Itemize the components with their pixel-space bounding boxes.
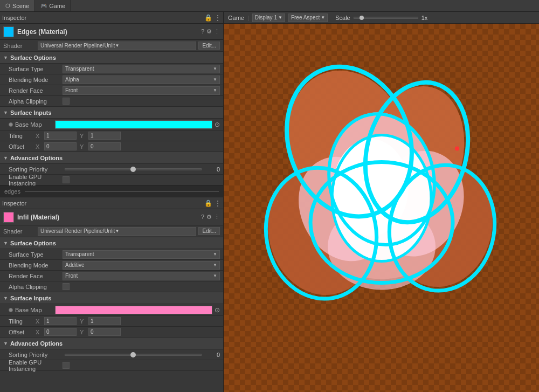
render-face-arrow-2: ▼: [213, 273, 217, 278]
material-swatch-2: [3, 212, 14, 223]
surface-type-value-2[interactable]: Transparent ▼: [63, 250, 220, 259]
render-face-dropdown-2[interactable]: Front ▼: [63, 272, 220, 280]
inspector-panel-2: Inspector 🔒 ⋮ Infil (Material) ? ⚙ ⋮ Sha…: [0, 197, 223, 371]
tiling-x-input-2[interactable]: [44, 317, 77, 325]
render-face-row-2: Render Face Front ▼: [0, 271, 223, 281]
enable-gpu-checkbox-1[interactable]: [63, 176, 70, 183]
inspector-title-1: Inspector: [2, 15, 202, 21]
settings-icon-2[interactable]: ⚙: [206, 214, 212, 221]
surface-inputs-title-1: Surface Inputs: [10, 109, 51, 116]
game-toolbar-sep1: |: [247, 15, 249, 21]
game-artwork: [241, 58, 522, 370]
offset-y-axis-1: Y: [80, 143, 85, 150]
offset-xy-1: X Y: [36, 142, 121, 150]
tiling-x-axis-1: X: [36, 133, 41, 139]
base-map-dot-2: [9, 308, 13, 312]
game-icon: 🎮: [40, 3, 47, 9]
alpha-clipping-checkbox-2[interactable]: [63, 283, 70, 290]
advanced-options-arrow-2: ▼: [3, 341, 8, 346]
scene-icon: ⬡: [5, 3, 10, 9]
shader-edit-btn-2[interactable]: Edit...: [198, 227, 220, 235]
enable-gpu-label-1: Enable GPU Instancing: [9, 174, 63, 187]
settings-icon-1[interactable]: ⚙: [206, 28, 212, 35]
tiling-label-2: Tiling: [9, 318, 36, 325]
menu-icon-1[interactable]: ⋮: [214, 28, 220, 35]
surface-type-arrow-1: ▼: [213, 66, 217, 71]
display-dropdown[interactable]: Display 1 ▼: [252, 13, 285, 22]
tiling-y-input-1[interactable]: [88, 132, 121, 140]
help-icon-2[interactable]: ?: [201, 214, 204, 221]
tiling-y-input-2[interactable]: [88, 317, 121, 325]
offset-x-input-1[interactable]: [44, 142, 77, 150]
enable-gpu-checkbox-2[interactable]: [63, 362, 70, 369]
menu-icon-2[interactable]: ⋮: [214, 214, 220, 221]
base-map-label-2: Base Map: [15, 307, 53, 313]
render-face-dropdown-1[interactable]: Front ▼: [63, 86, 220, 95]
lock-icon-1[interactable]: 🔒: [204, 14, 212, 22]
blending-mode-dropdown-2[interactable]: Additive ▼: [63, 261, 220, 270]
more-icon-2[interactable]: ⋮: [215, 200, 221, 207]
color-pick-icon-1[interactable]: ⊙: [215, 121, 220, 128]
alpha-clipping-value-2[interactable]: [63, 283, 220, 290]
aspect-dropdown[interactable]: Free Aspect ▼: [288, 13, 328, 22]
shader-dropdown-2[interactable]: Universal Render Pipeline/Unlit ▼: [38, 227, 196, 236]
offset-y-input-2[interactable]: [88, 328, 121, 336]
alpha-clipping-value-1[interactable]: [63, 98, 220, 105]
offset-x-input-2[interactable]: [44, 328, 77, 336]
surface-inputs-header-2[interactable]: ▼ Surface Inputs: [0, 292, 223, 304]
blending-mode-row-1: Blending Mode Alpha ▼: [0, 74, 223, 85]
scale-slider[interactable]: [354, 17, 418, 19]
alpha-clipping-checkbox-1[interactable]: [63, 98, 70, 105]
alpha-clipping-row-2: Alpha Clipping: [0, 281, 223, 292]
enable-gpu-label-2: Enable GPU Instancing: [9, 359, 63, 372]
surface-type-dropdown-1[interactable]: Transparent ▼: [63, 65, 220, 73]
tab-game[interactable]: 🎮 Game: [35, 0, 71, 11]
color-pick-icon-2[interactable]: ⊙: [215, 306, 220, 314]
surface-inputs-title-2: Surface Inputs: [10, 295, 51, 301]
game-toolbar: Game | Display 1 ▼ Free Aspect ▼ Scale 1…: [224, 12, 539, 24]
shader-value-1: Universal Render Pipeline/Unlit: [40, 43, 115, 49]
offset-y-input-1[interactable]: [88, 142, 121, 150]
advanced-options-title-2: Advanced Options: [10, 340, 63, 347]
inspector-titlebar-1: Inspector 🔒 ⋮: [0, 12, 223, 24]
tiling-xy-2: X Y: [36, 317, 121, 325]
surface-type-dropdown-2[interactable]: Transparent ▼: [63, 250, 220, 259]
enable-gpu-value-1[interactable]: [63, 176, 220, 183]
blending-mode-value-2[interactable]: Additive ▼: [63, 261, 220, 270]
blending-mode-value-1[interactable]: Alpha ▼: [63, 75, 220, 84]
base-map-color-2[interactable]: [55, 306, 212, 314]
surface-type-value-1[interactable]: Transparent ▼: [63, 65, 220, 73]
tiling-x-input-1[interactable]: [44, 132, 77, 140]
base-map-color-1[interactable]: [55, 120, 212, 129]
sorting-priority-slider-2[interactable]: [65, 354, 202, 356]
blending-mode-label-1: Blending Mode: [9, 77, 63, 83]
material-header-1: Edges (Material) ? ⚙ ⋮: [0, 24, 223, 40]
surface-options-title-2: Surface Options: [10, 240, 56, 246]
offset-row-2: Offset X Y: [0, 327, 223, 338]
shader-dropdown-1[interactable]: Universal Render Pipeline/Unlit ▼: [38, 42, 196, 50]
surface-options-arrow-1: ▼: [3, 55, 8, 60]
sorting-priority-label-2: Sorting Priority: [9, 352, 63, 358]
advanced-options-header-1[interactable]: ▼ Advanced Options: [0, 152, 223, 164]
surface-type-label-1: Surface Type: [9, 66, 63, 72]
advanced-options-arrow-1: ▼: [3, 155, 8, 161]
tiling-y-axis-1: Y: [80, 133, 85, 139]
enable-gpu-value-2[interactable]: [63, 362, 220, 369]
blending-mode-dropdown-1[interactable]: Alpha ▼: [63, 75, 220, 84]
base-map-row-1: Base Map ⊙: [0, 119, 223, 130]
top-bar: ⬡ Scene 🎮 Game: [0, 0, 539, 12]
surface-options-header-2[interactable]: ▼ Surface Options: [0, 237, 223, 249]
lock-icon-2[interactable]: 🔒: [204, 200, 212, 207]
shader-edit-btn-1[interactable]: Edit...: [198, 42, 220, 50]
render-face-value-2[interactable]: Front ▼: [63, 272, 220, 280]
sorting-priority-slider-1[interactable]: [65, 168, 202, 170]
tiling-y-axis-2: Y: [80, 318, 85, 325]
help-icon-1[interactable]: ?: [201, 28, 204, 35]
surface-inputs-header-1[interactable]: ▼ Surface Inputs: [0, 107, 223, 119]
shader-value-2: Universal Render Pipeline/Unlit: [40, 228, 115, 234]
advanced-options-header-2[interactable]: ▼ Advanced Options: [0, 338, 223, 349]
surface-options-header-1[interactable]: ▼ Surface Options: [0, 52, 223, 64]
more-icon-1[interactable]: ⋮: [215, 14, 221, 22]
tab-scene[interactable]: ⬡ Scene: [0, 0, 35, 11]
render-face-value-1[interactable]: Front ▼: [63, 86, 220, 95]
